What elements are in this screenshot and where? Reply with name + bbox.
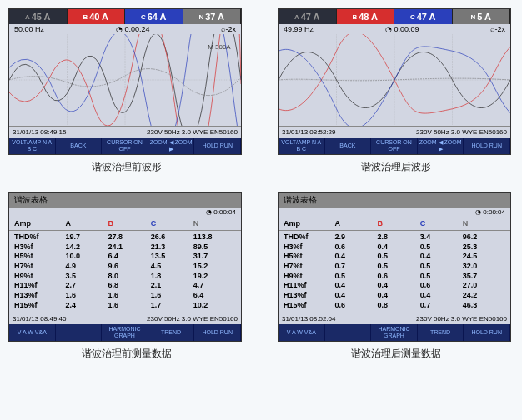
softkey-vaw[interactable]: V A W V&A [9,324,56,341]
table-row: H9%f0.50.60.535.7 [284,272,505,282]
zoom-label: ⌕-2x [221,25,236,33]
softkey-zoom[interactable]: ZOOM ◀ ZOOM ▶ [148,138,195,154]
softkey-cursor[interactable]: CURSOR ON OFF [371,138,418,154]
info-label: 230V 50Hz 3.0 WYE EN50160 [147,128,238,136]
caption-wave-after: 谐波治理后波形 [278,155,514,179]
table-row: H15%f0.60.80.746.3 [284,301,505,311]
softkey-hold-run[interactable]: HOLD RUN [194,324,241,341]
softkey-harmonic-graph[interactable]: HARMONIC GRAPH [102,324,148,341]
clock-icon: ◔ 0:00:09 [385,25,419,33]
channel-header: A45 A B40 A C64 A N37 A [9,9,241,24]
date-label: 31/01/13 08:49:15 [13,128,67,136]
caption-data-after: 谐波治理后测量数据 [278,342,514,366]
clock-icon: ◔ [475,208,483,216]
softkey-back[interactable]: BACK [56,138,103,154]
table-row: H5%f0.40.50.424.5 [284,252,505,262]
val-a: 45 A [32,12,51,22]
val-n: 37 A [205,12,224,22]
softkey-blank[interactable] [325,324,372,341]
freq-label: 50.00 Hz [14,25,44,33]
waveform-panel-before: A45 A B40 A C64 A N37 A 50.00 Hz ◔ 0:00:… [8,8,242,155]
val-c: 64 A [148,12,167,22]
table-row: H7%f4.99.64.515.2 [14,262,236,272]
harmonic-table-before: 谐波表格 ◔ 0:00:04 Amp A B C N THD%f19.727.8… [8,192,242,342]
softkey-volt-amp[interactable]: VOLT/AMP N A B C [9,138,56,154]
table-title: 谐波表格 [9,192,241,208]
softkey-harmonic-graph[interactable]: HARMONIC GRAPH [371,324,418,341]
softkey-hold-run[interactable]: HOLD RUN [194,138,241,154]
table-row: H13%f1.61.61.66.4 [14,291,236,301]
table-row: H11%f2.76.82.14.7 [14,281,236,291]
softkey-hold-run[interactable]: HOLD RUN [464,324,510,341]
harmonic-table-after: 谐波表格 ◔ 0:00:04 Amp A B C N THD%f2.92.83.… [278,192,511,342]
softkey-hold-run[interactable]: HOLD RUN [464,138,510,154]
softkey-zoom[interactable]: ZOOM ◀ ZOOM ▶ [418,138,464,154]
table-row: H3%f0.60.40.525.3 [284,242,505,252]
softkey-back[interactable]: BACK [325,138,372,154]
table-body-before: THD%f19.727.826.6113.8H3%f14.224.121.389… [9,231,241,312]
clock-icon: ◔ [206,208,213,216]
table-body-after: THD%f2.92.83.496.2H3%f0.60.40.525.3H5%f0… [279,231,510,312]
softkey-volt-amp[interactable]: VOLT/AMP N A B C [279,138,325,154]
softkey-menu: VOLT/AMP N A B C BACK CURSOR ON OFF ZOOM… [9,138,241,154]
softkey-trend[interactable]: TREND [148,324,195,341]
softkey-vaw[interactable]: V A W V&A [279,324,325,341]
softkey-trend[interactable]: TREND [418,324,464,341]
table-row: H11%f0.40.40.627.0 [284,281,505,291]
caption-data-before: 谐波治理前测量数据 [8,342,244,366]
softkey-cursor[interactable]: CURSOR ON OFF [102,138,148,154]
caption-wave-before: 谐波治理前波形 [8,155,244,179]
table-row: H3%f14.224.121.389.5 [14,242,236,252]
waveform-chart [279,34,510,126]
table-row: H9%f3.58.01.819.2 [14,272,236,282]
waveform-chart: M 300A [9,34,241,126]
table-row: H15%f2.41.61.710.2 [14,301,236,311]
table-row: THD%f19.727.826.6113.8 [14,232,236,242]
table-row: H5%f10.06.413.531.7 [14,252,236,262]
clock-icon: ◔ 0:00:24 [116,25,150,33]
table-row: H13%f0.40.40.424.2 [284,291,505,301]
table-row: THD%f2.92.83.496.2 [284,232,505,242]
table-row: H7%f0.70.50.532.0 [284,262,505,272]
val-b: 40 A [89,12,108,22]
waveform-panel-after: A47 A B48 A C47 A N5 A 49.99 Hz ◔ 0:00:0… [278,8,511,155]
softkey-blank[interactable] [56,324,103,341]
